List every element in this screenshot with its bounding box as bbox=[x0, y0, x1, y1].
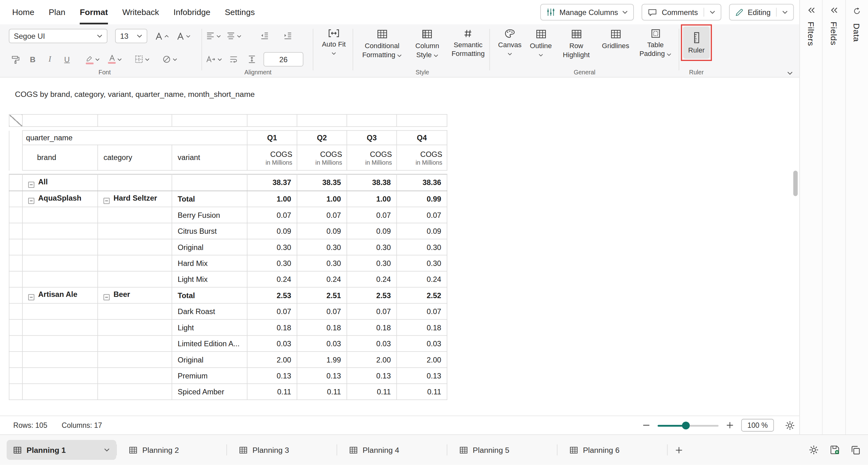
add-sheet-button[interactable] bbox=[675, 446, 683, 454]
measure-header-cell[interactable]: COGSin Millions bbox=[397, 145, 447, 171]
brand-cell[interactable] bbox=[23, 271, 98, 287]
sheet-tab-planning-4[interactable]: Planning 4 bbox=[337, 440, 447, 460]
category-cell[interactable] bbox=[98, 239, 172, 255]
brand-cell[interactable] bbox=[23, 336, 98, 352]
value-cell[interactable]: 38.37 bbox=[247, 174, 297, 191]
column-header-cell[interactable] bbox=[397, 114, 447, 126]
value-cell[interactable]: 0.30 bbox=[397, 239, 447, 255]
value-cell[interactable]: 0.30 bbox=[297, 239, 347, 255]
brand-cell[interactable] bbox=[23, 368, 98, 383]
row-header-cell[interactable] bbox=[9, 239, 23, 255]
row-height-input[interactable] bbox=[264, 52, 304, 66]
row-header-cell[interactable] bbox=[9, 207, 23, 223]
variant-cell[interactable]: Light Mix bbox=[172, 271, 247, 287]
row-header-cell[interactable] bbox=[9, 174, 23, 191]
menu-tab-writeback[interactable]: Writeback bbox=[122, 0, 159, 24]
value-cell[interactable]: 0.30 bbox=[347, 255, 397, 271]
chevron-down-icon[interactable] bbox=[104, 448, 110, 452]
category-cell[interactable] bbox=[98, 368, 172, 383]
sheet-tab-planning-1[interactable]: Planning 1 bbox=[6, 440, 116, 460]
category-header[interactable]: category bbox=[98, 145, 172, 171]
value-cell[interactable]: 0.11 bbox=[247, 384, 297, 400]
category-cell[interactable] bbox=[98, 336, 172, 352]
value-cell[interactable]: 0.18 bbox=[247, 319, 297, 335]
collapse-toggle-icon[interactable] bbox=[28, 294, 34, 300]
value-cell[interactable]: 0.18 bbox=[397, 319, 447, 335]
brand-cell[interactable] bbox=[23, 223, 98, 239]
value-cell[interactable]: 0.07 bbox=[347, 303, 397, 319]
brand-cell[interactable] bbox=[23, 303, 98, 319]
value-cell[interactable]: 0.03 bbox=[297, 336, 347, 352]
settings-button[interactable] bbox=[809, 445, 819, 455]
italic-button[interactable]: I bbox=[43, 52, 57, 66]
collapse-toggle-icon[interactable] bbox=[104, 198, 110, 204]
brand-cell[interactable] bbox=[23, 384, 98, 400]
sheet-tab-planning-6[interactable]: Planning 6 bbox=[557, 440, 667, 460]
value-cell[interactable]: 0.18 bbox=[347, 319, 397, 335]
format-painter-button[interactable] bbox=[9, 52, 22, 66]
editing-button[interactable]: Editing bbox=[729, 4, 794, 20]
menu-tab-plan[interactable]: Plan bbox=[49, 0, 65, 24]
variant-cell[interactable]: Citrus Burst bbox=[172, 223, 247, 239]
value-cell[interactable]: 2.00 bbox=[247, 352, 297, 368]
variant-cell[interactable] bbox=[172, 174, 247, 191]
value-cell[interactable]: 2.52 bbox=[397, 287, 447, 303]
value-cell[interactable]: 0.24 bbox=[247, 271, 297, 287]
category-cell[interactable] bbox=[98, 319, 172, 335]
decrease-indent-button[interactable] bbox=[258, 29, 271, 43]
ruler-button[interactable]: Ruler bbox=[683, 27, 710, 59]
value-cell[interactable]: 0.30 bbox=[247, 239, 297, 255]
value-cell[interactable]: 0.03 bbox=[397, 336, 447, 352]
vertical-align-button[interactable] bbox=[206, 29, 221, 43]
quarter-header-q2[interactable]: Q2 bbox=[297, 130, 347, 145]
row-header-cell[interactable] bbox=[9, 271, 23, 287]
value-cell[interactable]: 38.35 bbox=[297, 174, 347, 191]
value-cell[interactable]: 0.09 bbox=[297, 223, 347, 239]
value-cell[interactable]: 0.99 bbox=[397, 191, 447, 207]
value-cell[interactable]: 0.30 bbox=[297, 255, 347, 271]
menu-tab-infobridge[interactable]: Infobridge bbox=[173, 0, 210, 24]
value-cell[interactable]: 1.00 bbox=[247, 191, 297, 207]
brand-cell[interactable] bbox=[23, 352, 98, 368]
zoom-slider[interactable] bbox=[657, 421, 718, 429]
manage-columns-button[interactable]: Manage Columns bbox=[540, 4, 634, 20]
quarter-name-header[interactable]: quarter_name bbox=[23, 130, 247, 145]
collapse-toggle-icon[interactable] bbox=[104, 294, 110, 300]
row-header-cell[interactable] bbox=[9, 191, 23, 207]
save-button[interactable] bbox=[830, 445, 840, 455]
column-header-cell[interactable] bbox=[23, 114, 98, 126]
menu-tab-settings[interactable]: Settings bbox=[225, 0, 255, 24]
variant-cell[interactable]: Limited Edition A... bbox=[172, 336, 247, 352]
value-cell[interactable]: 38.36 bbox=[397, 174, 447, 191]
conditional-formatting-button[interactable]: Conditional Formatting bbox=[358, 28, 406, 60]
row-header-cell[interactable] bbox=[9, 255, 23, 271]
value-cell[interactable]: 1.00 bbox=[297, 191, 347, 207]
variant-cell[interactable]: Dark Roast bbox=[172, 303, 247, 319]
value-cell[interactable]: 0.24 bbox=[347, 271, 397, 287]
value-cell[interactable]: 0.03 bbox=[247, 336, 297, 352]
grid-settings-button[interactable] bbox=[785, 420, 795, 430]
brand-cell[interactable]: All bbox=[23, 174, 98, 191]
brand-cell[interactable]: Artisan Ale bbox=[23, 287, 98, 303]
semantic-formatting-button[interactable]: Semantic Formatting bbox=[449, 28, 488, 60]
collapse-toggle-icon[interactable] bbox=[28, 198, 34, 204]
zoom-out-button[interactable] bbox=[643, 422, 650, 429]
value-cell[interactable]: 0.30 bbox=[397, 255, 447, 271]
value-cell[interactable]: 0.13 bbox=[247, 368, 297, 383]
row-header-cell[interactable] bbox=[9, 319, 23, 335]
data-panel-tab[interactable]: Data bbox=[845, 0, 868, 434]
zoom-in-button[interactable] bbox=[726, 422, 734, 429]
sheet-tab-planning-3[interactable]: Planning 3 bbox=[227, 440, 337, 460]
quarter-header-q1[interactable]: Q1 bbox=[247, 130, 297, 145]
ribbon-collapse-button[interactable] bbox=[787, 71, 793, 75]
category-cell[interactable]: Beer bbox=[98, 287, 172, 303]
value-cell[interactable]: 0.13 bbox=[397, 368, 447, 383]
brand-cell[interactable]: AquaSplash bbox=[23, 191, 98, 207]
increase-indent-button[interactable] bbox=[281, 29, 295, 43]
value-cell[interactable]: 0.11 bbox=[297, 384, 347, 400]
category-cell[interactable] bbox=[98, 352, 172, 368]
sheet-tab-planning-2[interactable]: Planning 2 bbox=[117, 440, 226, 460]
variant-cell[interactable]: Original bbox=[172, 352, 247, 368]
variant-cell[interactable]: Light bbox=[172, 319, 247, 335]
quarter-header-q3[interactable]: Q3 bbox=[347, 130, 397, 145]
